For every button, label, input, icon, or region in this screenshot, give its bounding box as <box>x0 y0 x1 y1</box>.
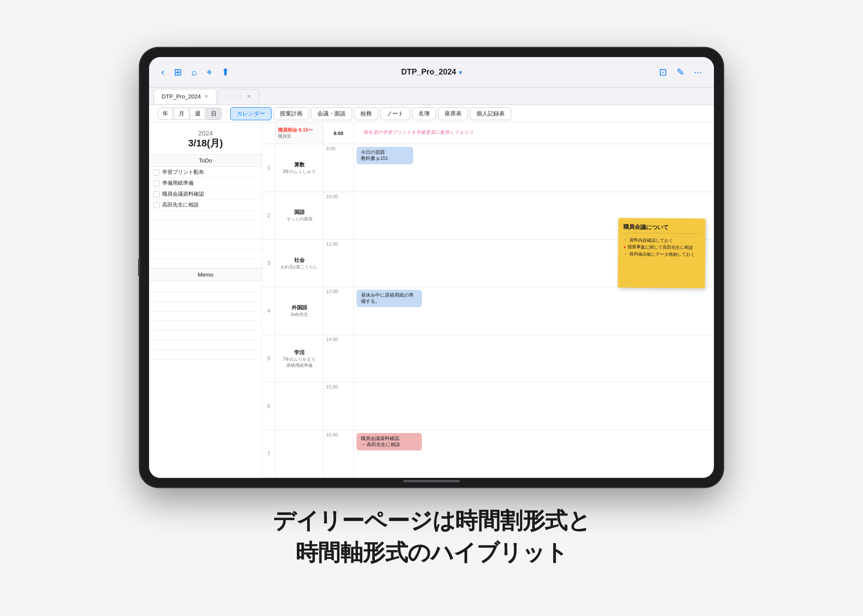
subject-detail-5: 7年のふりかえり原稿用紙準備 <box>278 356 320 369</box>
todo-text-4: 高田先生に相談 <box>162 201 199 208</box>
caption: デイリーページは時間割形式と 時間軸形式のハイブリット <box>273 505 590 569</box>
time-label-1000: 10:00 <box>323 192 354 239</box>
subject-name-3: 社会 <box>278 257 320 264</box>
subject-cell-4: 外国語 Judy先生 <box>275 287 323 335</box>
timetable: 1 2 3 4 5 6 7 職員朝会 8:15 <box>262 122 714 478</box>
event-block-homework[interactable]: 今日の宿題教科書 p.151 <box>357 147 413 164</box>
page-area: 2024 3/18(月) ToDo 学習プリント配布 準備用紙準備 <box>149 122 714 478</box>
todo-checkbox-4[interactable] <box>153 202 160 208</box>
todo-checkbox-1[interactable] <box>153 169 160 176</box>
events-header-col: 朝礼堂の学習プリントを学級委員に配布してもらう <box>354 122 714 144</box>
event-cell-1600: 職員会議資料確認→ 高田先生に相談 <box>354 430 714 477</box>
todo-empty-2 <box>149 220 262 230</box>
date-year: 2024 <box>158 129 253 137</box>
top-bar: ‹ ⊞ ⌕ ⌖ ⬆ DTP_Pro_2024 ▾ ⊡ ✎ ··· <box>149 57 714 88</box>
left-sidebar: 2024 3/18(月) ToDo 学習プリント配布 準備用紙準備 <box>149 122 262 478</box>
caption-line1: デイリーページは時間割形式と <box>273 505 590 537</box>
period-6: 6 <box>262 382 275 430</box>
todo-checkbox-3[interactable] <box>153 191 160 197</box>
top-bar-center: DTP_Pro_2024 ▾ <box>341 68 521 77</box>
time-row-1400: 14:00 <box>323 335 714 382</box>
nav-tab-seating[interactable]: 座席表 <box>438 107 468 120</box>
subject-cell-6 <box>275 382 323 430</box>
view-month-btn[interactable]: 月 <box>174 108 189 120</box>
time-col-header: 8:00 <box>323 122 354 144</box>
more-icon[interactable]: ··· <box>694 67 702 78</box>
time-label-1500: 15:00 <box>323 382 354 430</box>
todo-empty-4 <box>149 240 262 249</box>
todo-item-4[interactable]: 高田先生に相談 <box>149 200 262 210</box>
subject-detail-3: われ3は昔こくらし <box>278 264 320 270</box>
subject-detail-1: 3年のふくしゅう <box>278 169 320 175</box>
time-label-1400: 14:00 <box>323 335 354 382</box>
date-day: 3/18(月) <box>158 137 253 150</box>
nav-tab-records[interactable]: 個人記録表 <box>470 107 511 120</box>
nav-tab-calendar[interactable]: カレンダー <box>230 107 272 120</box>
todo-section: ToDo 学習プリント配布 準備用紙準備 職員会議資 <box>149 155 262 268</box>
nav-tab-meeting[interactable]: 会議・面談 <box>311 107 352 120</box>
period-header-spacer <box>262 122 275 144</box>
period-2: 2 <box>262 192 275 240</box>
subject-detail-4: Judy先生 <box>278 311 320 318</box>
tab-close2-icon[interactable]: ✕ <box>247 94 251 99</box>
subject-name-5: 学活 <box>278 349 320 356</box>
todo-item-2[interactable]: 準備用紙準備 <box>149 178 262 189</box>
view-day-btn[interactable]: 日 <box>206 108 221 120</box>
subject-cell-2: 国語 そっくの表現 <box>275 192 323 240</box>
back-icon[interactable]: ‹ <box>161 67 164 78</box>
time-label-1200: 12:00 <box>323 287 354 334</box>
tab-bar: DTP_Pro_2024 ✕ ・・・ ✕ <box>149 88 714 105</box>
sticky-item-2: ●授業事案に関して高田先生に相談 <box>623 244 700 251</box>
event-cell-1400 <box>354 335 714 382</box>
period-3: 3 <box>262 240 275 287</box>
time-row-900: 9:00 今日の宿題教科書 p.151 <box>323 144 714 192</box>
todo-item-3[interactable]: 職員会議資料確認 <box>149 189 262 200</box>
view-year-btn[interactable]: 年 <box>158 108 173 120</box>
nav-tab-school[interactable]: 校務 <box>354 107 378 120</box>
subject-cell-3: 社会 われ3は昔こくらし <box>275 240 323 287</box>
grid-icon[interactable]: ⊞ <box>174 67 182 78</box>
memo-line-8 <box>153 350 258 359</box>
nav-tab-lesson[interactable]: 授業計画 <box>273 107 309 120</box>
export-icon[interactable]: ⊡ <box>659 67 667 78</box>
todo-item-1[interactable]: 学習プリント配布 <box>149 167 262 178</box>
tab-close-icon[interactable]: ✕ <box>204 94 208 99</box>
memo-section: Memo <box>149 269 262 478</box>
search-icon[interactable]: ⌕ <box>191 67 197 78</box>
todo-checkbox-2[interactable] <box>153 180 160 186</box>
period-col: 1 2 3 4 5 6 7 <box>262 122 275 478</box>
time-label-1100: 11:00 <box>323 240 354 287</box>
subject-cell-5: 学活 7年のふりかえり原稿用紙準備 <box>275 335 323 382</box>
time-header-row: 8:00 朝礼堂の学習プリントを学級委員に配布してもらう <box>323 122 714 144</box>
event-block-meeting-confirm[interactable]: 職員会議資料確認→ 高田先生に相談 <box>357 433 422 450</box>
todo-header: ToDo <box>149 155 262 167</box>
top-bar-right: ⊡ ✎ ··· <box>522 67 702 78</box>
nav-tabs: 年 月 週 日 カレンダー 授業計画 会議・面談 校務 ノート 名簿 座席表 個… <box>149 105 714 122</box>
todo-empty-6 <box>149 259 262 268</box>
time-label-900: 9:00 <box>323 144 354 191</box>
title-chevron-icon[interactable]: ▾ <box>459 69 462 76</box>
time-row-1500: 15:00 <box>323 382 714 430</box>
tab-item-empty[interactable]: ・・・ ✕ <box>218 89 259 104</box>
view-selector: 年 月 週 日 <box>158 108 221 120</box>
scene: ‹ ⊞ ⌕ ⌖ ⬆ DTP_Pro_2024 ▾ ⊡ ✎ ··· <box>139 47 724 569</box>
tab-empty-label: ・・・ <box>227 92 244 100</box>
ipad-screen: ‹ ⊞ ⌕ ⌖ ⬆ DTP_Pro_2024 ▾ ⊡ ✎ ··· <box>149 57 714 478</box>
todo-text-2: 準備用紙準備 <box>162 179 194 186</box>
time-rows: 9:00 今日の宿題教科書 p.151 <box>323 144 714 478</box>
todo-empty-3 <box>149 230 262 240</box>
nav-tab-roster[interactable]: 名簿 <box>412 107 436 120</box>
bookmark-icon[interactable]: ⌖ <box>207 67 212 78</box>
memo-line-7 <box>153 340 258 350</box>
view-week-btn[interactable]: 週 <box>190 108 205 120</box>
home-indicator <box>403 480 460 482</box>
edit-icon[interactable]: ✎ <box>676 67 684 78</box>
share-icon[interactable]: ⬆ <box>221 67 229 78</box>
memo-line-1 <box>153 283 258 292</box>
subject-cell-1: 算数 3年のふくしゅう <box>275 144 323 192</box>
top-bar-left: ‹ ⊞ ⌕ ⌖ ⬆ <box>161 67 341 78</box>
memo-line-4 <box>153 311 258 321</box>
tab-item-main[interactable]: DTP_Pro_2024 ✕ <box>153 89 217 104</box>
event-block-lunch[interactable]: 昼休み中に原稿用紙の準備する。 <box>357 290 422 307</box>
nav-tab-note[interactable]: ノート <box>380 107 410 120</box>
